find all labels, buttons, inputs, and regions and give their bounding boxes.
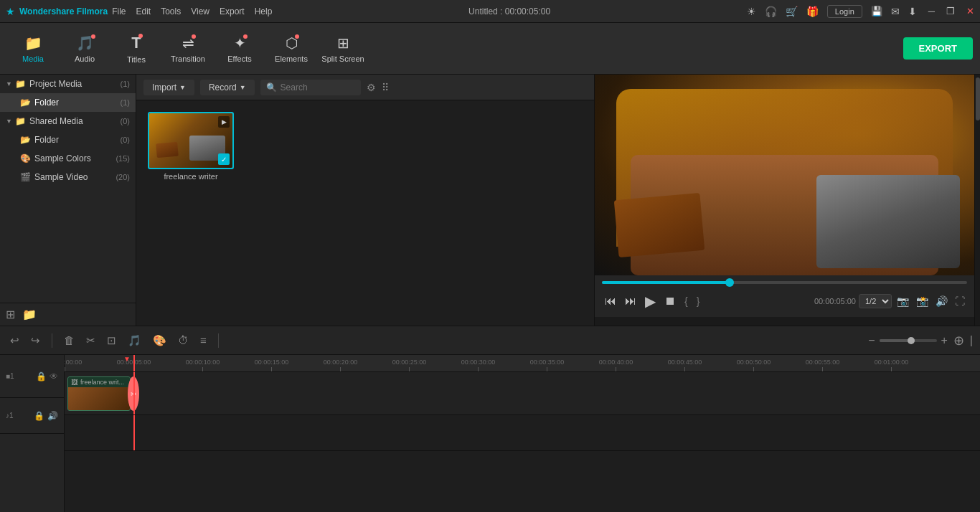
project-folder-label: Folder bbox=[34, 98, 59, 108]
ruler-mark-0: 00:00:00:00 bbox=[65, 367, 65, 371]
ruler-mark-10: 00:00:50:00 bbox=[753, 367, 754, 371]
sample-colors-count: (15) bbox=[116, 154, 130, 163]
media-item-freelance-writer[interactable]: ▶ ✓ freelance writer bbox=[148, 112, 234, 181]
add-track-button[interactable]: ⊕ bbox=[953, 333, 964, 349]
ruler-label-4: 00:00:20:00 bbox=[324, 359, 358, 366]
minimize-button[interactable]: ─ bbox=[928, 6, 935, 16]
cut-button[interactable]: ✂ bbox=[83, 331, 98, 350]
separator-1 bbox=[52, 333, 52, 348]
fullscreen-button[interactable]: ⛶ bbox=[953, 293, 967, 309]
gift-icon[interactable]: 🎁 bbox=[806, 6, 819, 17]
ruler-playhead bbox=[133, 355, 135, 371]
zoom-slider[interactable] bbox=[880, 339, 937, 342]
ruler-label-6: 00:00:30:00 bbox=[461, 359, 496, 366]
media-area: Import ▼ Record ▼ 🔍 ⚙ ⠿ bbox=[136, 75, 594, 326]
menu-help[interactable]: Help bbox=[255, 6, 273, 16]
maximize-button[interactable]: ❐ bbox=[946, 6, 955, 16]
login-button[interactable]: Login bbox=[827, 5, 862, 18]
cart-icon[interactable]: 🛒 bbox=[786, 6, 798, 17]
audio-lock-icon[interactable]: 🔒 bbox=[34, 411, 44, 421]
record-button[interactable]: Record ▼ bbox=[200, 80, 255, 95]
shared-media-section[interactable]: ▼ 📁 Shared Media (0) bbox=[0, 112, 136, 131]
export-button[interactable]: EXPORT bbox=[903, 37, 973, 60]
right-scrollbar[interactable] bbox=[974, 75, 980, 326]
audio-track-actions: 🔒 🔊 bbox=[34, 411, 58, 421]
frame-back-button[interactable]: ⏭ bbox=[622, 292, 639, 310]
shared-folder-count: (0) bbox=[121, 136, 130, 144]
ruler-mark-11: 00:00:55:00 bbox=[822, 367, 823, 371]
sample-video-row[interactable]: 🎬 Sample Video (20) bbox=[0, 168, 136, 186]
folder-action-icon[interactable]: 📁 bbox=[22, 308, 37, 321]
toolbar: 📁 Media 🎵 Audio T Titles ⇌ Transition ✦ … bbox=[0, 23, 980, 75]
toolbar-media-label: Media bbox=[22, 54, 44, 63]
delete-button[interactable]: 🗑 bbox=[61, 331, 77, 349]
clip-thumb-icon: 🖼 bbox=[71, 379, 77, 386]
redo-button[interactable]: ↪ bbox=[28, 331, 43, 350]
audio-tool-button[interactable]: 🎵 bbox=[125, 331, 144, 350]
sub-folder-icon: 📂 bbox=[20, 98, 31, 108]
zoom-in-button[interactable]: + bbox=[941, 334, 948, 347]
toolbar-audio[interactable]: 🎵 Audio bbox=[59, 26, 110, 72]
video-track-row: 🖼 freelance writ... ✂ bbox=[65, 372, 980, 415]
filter-icon[interactable]: ⚙ bbox=[367, 82, 376, 93]
shared-sub-folder-icon: 📂 bbox=[20, 135, 31, 145]
adjust-button[interactable]: ≡ bbox=[197, 331, 209, 349]
toolbar-media[interactable]: 📁 Media bbox=[7, 26, 59, 72]
crop-button[interactable]: ⊡ bbox=[104, 331, 119, 350]
search-wrap: 🔍 bbox=[260, 80, 361, 95]
close-button[interactable]: ✕ bbox=[966, 6, 974, 16]
menu-edit[interactable]: Edit bbox=[136, 6, 151, 16]
volume-button[interactable]: 🔊 bbox=[933, 293, 950, 309]
toolbar-elements[interactable]: ⬡ Elements bbox=[265, 26, 317, 72]
message-icon[interactable]: ✉ bbox=[891, 6, 900, 17]
stop-button[interactable]: ⏹ bbox=[661, 292, 679, 310]
zoom-out-button[interactable]: − bbox=[868, 334, 875, 347]
video-track-actions: 🔒 👁 bbox=[36, 371, 58, 381]
undo-button[interactable]: ↩ bbox=[7, 331, 22, 350]
sun-icon[interactable]: ☀ bbox=[747, 6, 756, 17]
play-button[interactable]: ▶ bbox=[642, 290, 659, 313]
snapshot-button[interactable]: 📷 bbox=[895, 293, 911, 309]
app-name: Wondershare Filmora bbox=[19, 6, 108, 16]
toolbar-transition[interactable]: ⇌ Transition bbox=[162, 26, 214, 72]
menu-view[interactable]: View bbox=[191, 6, 209, 16]
bracket-left[interactable]: { bbox=[682, 294, 691, 308]
scroll-thumb[interactable] bbox=[976, 77, 980, 120]
headphone-icon[interactable]: 🎧 bbox=[765, 6, 777, 17]
audio-track-label: ♪1 🔒 🔊 bbox=[0, 398, 64, 434]
menu-file[interactable]: File bbox=[112, 6, 126, 16]
ruler-mark-4: 00:00:20:00 bbox=[340, 367, 341, 371]
ruler-mark-3: 00:00:15:00 bbox=[271, 367, 272, 371]
add-media-icon[interactable]: ⊞ bbox=[6, 308, 15, 321]
menu-export[interactable]: Export bbox=[220, 6, 245, 16]
project-folder-row[interactable]: 📂 Folder (1) bbox=[0, 93, 136, 112]
pin-button[interactable]: | bbox=[970, 334, 973, 347]
step-back-button[interactable]: ⏮ bbox=[602, 292, 619, 310]
save-icon[interactable]: 💾 bbox=[871, 6, 882, 16]
camera-button[interactable]: 📸 bbox=[914, 293, 930, 309]
video-clip[interactable]: 🖼 freelance writ... bbox=[67, 376, 131, 411]
audio-volume-icon[interactable]: 🔊 bbox=[47, 411, 58, 421]
record-arrow-icon: ▼ bbox=[240, 84, 246, 91]
toolbar-effects[interactable]: ✦ Effects bbox=[214, 26, 265, 72]
toolbar-splitscreen[interactable]: ⊞ Split Screen bbox=[317, 26, 369, 72]
progress-bar-wrap[interactable] bbox=[602, 275, 967, 285]
playhead-line bbox=[133, 372, 135, 414]
toolbar-titles[interactable]: T Titles bbox=[110, 26, 162, 72]
import-button[interactable]: Import ▼ bbox=[143, 80, 194, 95]
bracket-right[interactable]: } bbox=[694, 294, 703, 308]
clip-header: 🖼 freelance writ... bbox=[68, 377, 130, 387]
project-media-section[interactable]: ▼ 📁 Project Media (1) bbox=[0, 75, 136, 93]
paging-select[interactable]: 1/2 bbox=[859, 294, 892, 308]
project-media-count: (1) bbox=[121, 80, 130, 88]
menu-tools[interactable]: Tools bbox=[161, 6, 181, 16]
sample-colors-row[interactable]: 🎨 Sample Colors (15) bbox=[0, 149, 136, 168]
grid-view-icon[interactable]: ⠿ bbox=[382, 82, 389, 93]
check-icon: ✓ bbox=[218, 153, 230, 165]
color-tool-button[interactable]: 🎨 bbox=[150, 331, 169, 350]
timer-button[interactable]: ⏱ bbox=[175, 331, 192, 349]
download-icon[interactable]: ⬇ bbox=[908, 6, 917, 17]
eye-icon[interactable]: 👁 bbox=[50, 371, 58, 381]
shared-folder-row[interactable]: 📂 Folder (0) bbox=[0, 131, 136, 149]
lock-icon[interactable]: 🔒 bbox=[36, 371, 47, 381]
